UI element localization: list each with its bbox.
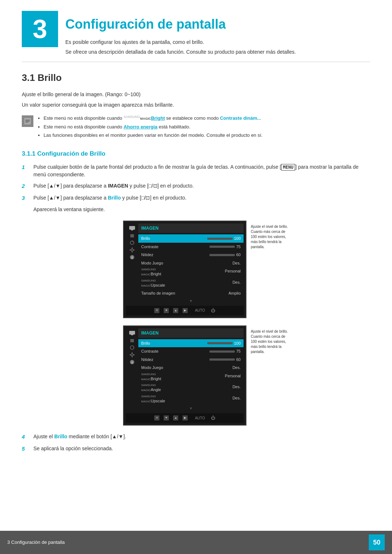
monitor2-auto: AUTO: [195, 415, 205, 421]
note-items: Este menú no está disponible cuando SAMS…: [38, 115, 262, 140]
monitor-ui-2: i IMAGEN Brillo: [123, 325, 246, 426]
screenshot-row-2: i IMAGEN Brillo: [123, 325, 291, 426]
step-5: 5 Se aplicará la opción seleccionada.: [22, 445, 370, 453]
brillo-keyword-4: Brillo: [54, 434, 68, 439]
monitor1-power: ⏻: [211, 307, 215, 314]
divider: [22, 62, 370, 62]
monitor1-btn-down: ▼: [164, 308, 169, 313]
monitor1-menu-list: Brillo 100 Contraste: [138, 234, 244, 305]
subsection-heading: 3.1.1 Configuración de Brillo: [22, 149, 370, 159]
monitor1-bottom-bar: ✕ ▼ ▲ ▶ AUTO ⏻: [126, 306, 244, 315]
monitor-icon-settings: [128, 247, 136, 253]
monitor2-item-contraste: Contraste 75: [138, 347, 244, 356]
step-2: 2 Pulse [▲/▼] para desplazarse a IMAGEN …: [22, 182, 370, 190]
monitor2-btn-x: ✕: [154, 415, 159, 420]
svg-rect-3: [25, 122, 28, 123]
svg-rect-20: [130, 340, 134, 341]
monitor2-icon-settings: [128, 352, 136, 358]
step-3: 3 Pulse [▲/▼] para desplazarse a Brillo …: [22, 194, 370, 202]
svg-rect-24: [132, 352, 132, 353]
monitor2-up-icon: ▲: [173, 415, 178, 420]
monitor-icons-col-1: i: [126, 223, 138, 305]
chapter-title-area: Configuración de pantalla Es posible con…: [65, 11, 296, 58]
monitor-icons-col-2: i: [126, 328, 138, 413]
section-heading: 3.1 Brillo: [22, 71, 370, 85]
monitor2-more: ▼: [138, 405, 244, 412]
monitor1-item-tamano: Tamaño de imagen Amplio: [138, 289, 244, 297]
footer-page-number: 50: [369, 534, 385, 550]
svg-point-10: [131, 249, 133, 251]
monitor2-btn-enter: ▶: [183, 415, 188, 420]
monitor2-icon-info: i: [128, 359, 136, 365]
monitor1-down-icon: ▼: [164, 308, 169, 313]
chapter-number: 3: [22, 11, 58, 47]
monitor1-btn-x: ✕: [154, 308, 159, 313]
monitor-icon-screen: [128, 225, 136, 231]
step-5-text: Se aplicará la opción seleccionada.: [33, 445, 370, 452]
svg-point-23: [131, 354, 133, 356]
monitor2-menu-list: Brillo 100 Contraste: [138, 338, 244, 413]
monitor1-x-icon: ✕: [154, 308, 159, 313]
chapter-desc2: Se ofrece una descripción detallada de c…: [65, 48, 296, 56]
svg-text:i: i: [132, 361, 133, 364]
monitor1-item-contraste: Contraste 75: [138, 243, 244, 251]
step-4-text: Ajuste el Brillo mediante el botón [▲/▼]…: [33, 433, 370, 440]
page-wrapper: 3 Configuración de pantalla Es posible c…: [0, 0, 392, 554]
note-icon: [22, 115, 33, 127]
svg-rect-6: [130, 234, 134, 235]
note-item-1: Este menú no está disponible cuando SAMS…: [44, 115, 262, 122]
svg-rect-8: [130, 237, 134, 237]
step-2-number: 2: [22, 182, 30, 190]
brillo-keyword: Brillo: [108, 195, 121, 201]
monitor1-up-icon: ▲: [173, 308, 178, 313]
step-sub-text: Aparecerá la ventana siguiente.: [33, 206, 370, 213]
monitor1-btn-up: ▲: [173, 308, 178, 313]
content-area: 3.1 Brillo Ajuste el brillo general de l…: [0, 71, 392, 453]
step-1-text: Pulse cualquier botón de la parte fronta…: [33, 163, 370, 178]
svg-rect-27: [134, 354, 135, 355]
monitor2-icon-refresh: [128, 344, 136, 351]
note-box: Este menú no está disponible cuando SAMS…: [22, 115, 370, 140]
step-1: 1 Pulse cualquier botón de la parte fron…: [22, 163, 370, 178]
svg-rect-25: [132, 356, 132, 357]
svg-rect-4: [129, 226, 135, 230]
chapter-title: Configuración de pantalla: [65, 15, 296, 34]
monitor-icon-refresh: [128, 239, 136, 246]
svg-rect-21: [130, 341, 134, 342]
steps-list-2: 4 Ajuste el Brillo mediante el botón [▲/…: [22, 433, 370, 453]
svg-rect-13: [130, 250, 131, 250]
monitor2-item-magicbright: SAMSUNGMAGICBright Personal: [138, 372, 244, 383]
svg-rect-1: [25, 120, 30, 120]
monitor1-item-magicupscale: SAMSUNGMAGICUpscale Des.: [138, 278, 244, 290]
monitor2-item-modo-juego: Modo Juego Des.: [138, 364, 244, 372]
monitor1-auto: AUTO: [195, 308, 205, 313]
svg-rect-14: [134, 250, 135, 250]
monitor2-down-icon: ▼: [164, 415, 169, 420]
samsung-brand-text: SAMSUNG: [123, 115, 140, 119]
note-item-2: Este menú no está disponible cuando Ahor…: [44, 123, 262, 131]
menu-key: MENU: [281, 164, 295, 171]
svg-rect-18: [131, 335, 133, 335]
monitor2-enter-icon: ▶: [183, 415, 188, 420]
monitor1-header: IMAGEN: [138, 223, 244, 233]
monitor1-item-modo-juego: Modo Juego Des.: [138, 259, 244, 267]
page-footer: 3 Configuración de pantalla 50: [0, 531, 392, 554]
monitor1-enter-icon: ▶: [183, 308, 188, 313]
monitor2-item-nitidez: Nitidez 60: [138, 356, 244, 364]
monitor2-power: ⏻: [211, 415, 215, 421]
step-5-number: 5: [22, 445, 30, 453]
magic-text: MAGIC: [140, 117, 151, 120]
svg-rect-19: [130, 339, 134, 340]
monitor1-btn-enter: ▶: [183, 308, 188, 313]
svg-rect-7: [130, 235, 134, 236]
svg-rect-2: [25, 121, 30, 122]
monitor1-item-nitidez: Nitidez 60: [138, 251, 244, 259]
footer-text: 3 Configuración de pantalla: [7, 539, 65, 546]
monitor2-item-magicupscale: SAMSUNGMAGICUpscale Des.: [138, 394, 244, 405]
chapter-header: 3 Configuración de pantalla Es posible c…: [0, 0, 392, 62]
monitor2-bottom-bar: ✕ ▼ ▲ ▶ AUTO ⏻: [126, 413, 244, 423]
step-1-number: 1: [22, 163, 30, 172]
monitor2-btn-up: ▲: [173, 415, 178, 420]
svg-rect-11: [132, 247, 132, 249]
chapter-desc1: Es posible configurar los ajustes de la …: [65, 38, 296, 46]
